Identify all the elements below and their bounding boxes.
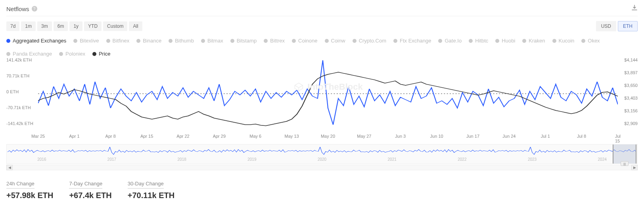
help-icon[interactable]: ? — [32, 6, 37, 12]
legend-dot-icon — [353, 39, 356, 43]
x-tick: May 13 — [285, 134, 299, 139]
x-tick: Jun 10 — [430, 134, 443, 139]
legend-label: Hitbtc — [475, 38, 488, 44]
legend-kucoin[interactable]: Kucoin — [552, 38, 575, 44]
range-ytd[interactable]: YTD — [84, 21, 102, 31]
navigator[interactable]: 201620172018201920202021202220232024 ||| — [6, 144, 638, 164]
legend-okex[interactable]: Okex — [581, 38, 600, 44]
legend-hitbtc[interactable]: Hitbtc — [469, 38, 488, 44]
legend-label: Price — [99, 51, 111, 57]
y-right-tick: $3,156 — [624, 108, 638, 113]
download-icon[interactable] — [631, 5, 638, 13]
x-tick: Apr 15 — [140, 134, 153, 139]
legend-dot-icon — [6, 39, 10, 43]
legend-label: Bittrex — [270, 38, 285, 44]
nav-tick: 2021 — [388, 157, 397, 162]
legend-panda-exchange[interactable]: Panda Exchange — [6, 51, 52, 57]
legend-kraken[interactable]: Kraken — [522, 38, 545, 44]
legend-bitmax[interactable]: Bitmax — [201, 38, 223, 44]
y-left-tick: -141.42k ETH — [6, 121, 33, 126]
y-axis-right: $4,144$3,897$3,650$3,403$3,156$2,909 — [618, 60, 638, 127]
range-all[interactable]: All — [129, 21, 142, 31]
navigator-handle-icon[interactable]: ||| — [621, 161, 629, 166]
legend-dot-icon — [59, 52, 63, 56]
chart-plot[interactable]: IntoTheBlock — [38, 60, 618, 127]
navigator-window[interactable]: ||| — [613, 144, 636, 164]
stat-label: 24h Change — [6, 181, 34, 189]
y-axis-left: 141.42k ETH70.71k ETH0 ETH-70.71k ETH-14… — [6, 60, 38, 127]
legend-crypto-com[interactable]: Crypto.Com — [353, 38, 386, 44]
legend-binance[interactable]: Binance — [136, 38, 161, 44]
x-tick: May 6 — [249, 134, 261, 139]
legend-coinone[interactable]: Coinone — [292, 38, 317, 44]
stat-24h-change: 24h Change+57.98k ETH — [6, 180, 53, 200]
legend-huobi[interactable]: Huobi — [495, 38, 515, 44]
legend-bithumb[interactable]: Bithumb — [169, 38, 194, 44]
legend-bitexlive[interactable]: Bitexlive — [73, 38, 99, 44]
legend-aggregated-exchanges[interactable]: Aggregated Exchanges — [6, 38, 66, 44]
nav-tick: 2024 — [598, 157, 607, 162]
legend-coinw[interactable]: Coinw — [325, 38, 345, 44]
legend-label: Gate.Io — [445, 38, 462, 44]
y-left-tick: 141.42k ETH — [6, 58, 32, 62]
scroll-right-icon[interactable]: ▶ — [631, 165, 638, 170]
y-right-tick: $3,897 — [624, 70, 638, 75]
legend-dot-icon — [73, 39, 77, 43]
legend-gate-io[interactable]: Gate.Io — [438, 38, 462, 44]
scroll-left-icon[interactable]: ◀ — [6, 165, 13, 170]
y-left-tick: 70.71k ETH — [6, 73, 29, 78]
range-1y[interactable]: 1y — [69, 21, 82, 31]
nav-tick: 2023 — [528, 157, 537, 162]
y-right-tick: $3,650 — [624, 83, 638, 88]
legend-label: Coinw — [331, 38, 345, 44]
legend-dot-icon — [264, 39, 268, 43]
x-tick: Jul 8 — [577, 134, 586, 139]
legend-bitfinex[interactable]: Bitfinex — [106, 38, 130, 44]
x-tick: Jul 15 — [615, 134, 621, 143]
stat-value: +57.98k ETH — [6, 191, 53, 200]
x-tick: Jun 24 — [502, 134, 516, 139]
currency-buttons: USDETH — [596, 21, 638, 31]
range-7d[interactable]: 7d — [6, 21, 19, 31]
range-buttons: 7d1m3m6m1yYTDCustomAll — [6, 21, 142, 31]
currency-usd[interactable]: USD — [596, 21, 616, 31]
y-right-tick: $3,403 — [624, 96, 638, 100]
main-chart[interactable]: 141.42k ETH70.71k ETH0 ETH-70.71k ETH-14… — [6, 60, 638, 143]
currency-eth[interactable]: ETH — [618, 21, 638, 31]
legend-dot-icon — [169, 39, 172, 43]
range-3m[interactable]: 3m — [37, 21, 52, 31]
legend-dot-icon — [469, 39, 473, 43]
y-right-tick: $2,909 — [624, 121, 638, 126]
legend-bittrex[interactable]: Bittrex — [264, 38, 285, 44]
legend-dot-icon — [201, 39, 205, 43]
stats-row: 24h Change+57.98k ETH7-Day Change+67.4k … — [6, 180, 638, 200]
legend-label: Kraken — [529, 38, 545, 44]
scrollbar[interactable]: ◀ ▶ — [6, 165, 638, 170]
legend-label: Aggregated Exchanges — [13, 38, 66, 44]
legend-dot-icon — [522, 39, 526, 43]
legend-dot-icon — [92, 52, 96, 56]
y-left-tick: -70.71k ETH — [6, 105, 31, 110]
legend-poloniex[interactable]: Poloniex — [59, 51, 85, 57]
stat-value: +70.11k ETH — [128, 191, 174, 200]
range-1m[interactable]: 1m — [21, 21, 36, 31]
range-6m[interactable]: 6m — [54, 21, 68, 31]
x-tick: May 20 — [321, 134, 335, 139]
legend-dot-icon — [292, 39, 296, 43]
legend-label: Bitmax — [207, 38, 223, 44]
scroll-track[interactable] — [13, 165, 631, 170]
range-custom[interactable]: Custom — [103, 21, 127, 31]
nav-tick: 2017 — [107, 157, 116, 162]
legend-price[interactable]: Price — [92, 51, 111, 57]
stat-7-day-change: 7-Day Change+67.4k ETH — [69, 180, 111, 200]
legend-bitstamp[interactable]: Bitstamp — [230, 38, 257, 44]
x-tick: Apr 8 — [105, 134, 116, 139]
legend-label: Okex — [588, 38, 600, 44]
nav-tick: 2020 — [318, 157, 326, 162]
x-tick: Apr 29 — [213, 134, 226, 139]
x-axis: Mar 25Apr 1Apr 8Apr 15Apr 22Apr 29May 6M… — [38, 131, 618, 143]
x-tick: May 27 — [357, 134, 371, 139]
legend-ftx-exchange[interactable]: Ftx Exchange — [393, 38, 431, 44]
nav-tick: 2019 — [247, 157, 256, 162]
x-tick: Apr 1 — [69, 134, 79, 139]
